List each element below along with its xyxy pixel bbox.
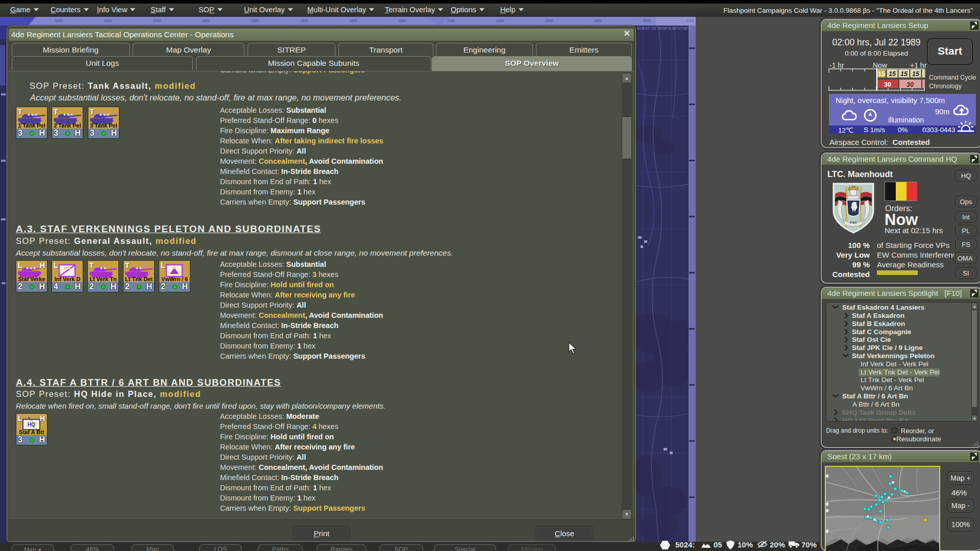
svg-text:0700: 0700 xyxy=(153,19,161,22)
svg-text:15: 15 xyxy=(900,70,908,78)
svg-text:30: 30 xyxy=(906,81,914,88)
svg-text:0200: 0200 xyxy=(55,19,63,22)
svg-text:30: 30 xyxy=(884,81,891,88)
svg-text:1800: 1800 xyxy=(398,19,406,22)
svg-text:15: 15 xyxy=(889,70,896,78)
svg-text:SOEST, 51°34'06"N 08°07'06"E: SOEST, 51°34'06"N 08°07'06"E xyxy=(637,26,691,31)
svg-text:2300: 2300 xyxy=(496,19,504,22)
svg-text:2800: 2800 xyxy=(594,19,602,22)
svg-text:3000: 3000 xyxy=(643,19,651,22)
svg-text:0500: 0500 xyxy=(104,19,112,22)
svg-text:1400: 1400 xyxy=(300,19,308,22)
svg-text:2500: 2500 xyxy=(545,19,553,22)
svg-text:2100: 2100 xyxy=(447,19,455,22)
svg-text:15: 15 xyxy=(878,70,885,78)
svg-text:15: 15 xyxy=(912,70,920,78)
svg-text:0900: 0900 xyxy=(202,19,210,22)
svg-text:PAS: PAS xyxy=(850,221,857,224)
svg-text:1200: 1200 xyxy=(251,19,259,22)
svg-text:1600: 1600 xyxy=(349,19,357,22)
